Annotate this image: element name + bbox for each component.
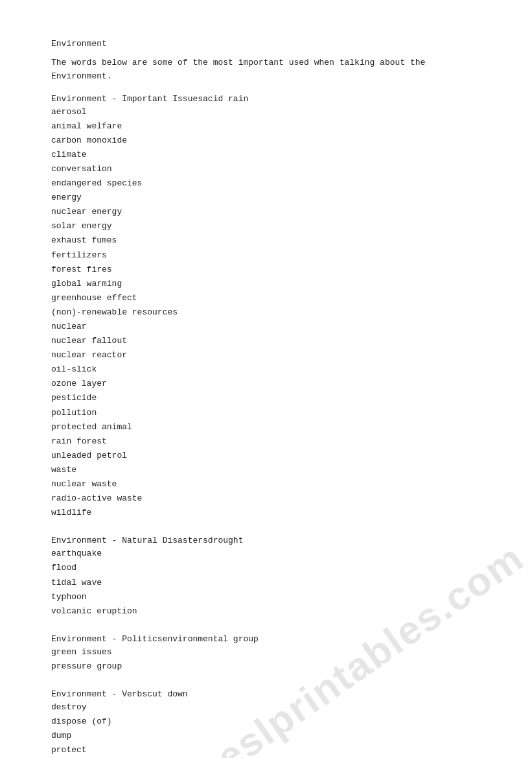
list-item: protected animal <box>51 420 481 434</box>
list-item: tidal wave <box>51 576 481 590</box>
list-item: greenhouse effect <box>51 291 481 305</box>
list-item: nuclear reactor <box>51 348 481 362</box>
word-list-politics: green issuespressure group <box>51 645 481 674</box>
section-header-important-issues: Environment - Important Issuesacid rain <box>51 94 481 104</box>
list-item: dispose (of) <box>51 715 481 729</box>
list-item: pesticide <box>51 391 481 405</box>
sections-container: Environment - Important Issuesacid raina… <box>51 94 481 758</box>
list-item: nuclear waste <box>51 477 481 492</box>
list-item: protect <box>51 743 481 757</box>
list-item: climate <box>51 148 481 162</box>
list-item: unleaded petrol <box>51 449 481 463</box>
list-item: green issues <box>51 645 481 659</box>
list-item: forest fires <box>51 263 481 277</box>
word-list-verbs: destroydispose (of)dumpprotectpolluterec… <box>51 700 481 758</box>
list-item: aerosol <box>51 105 481 119</box>
list-item: fertilizers <box>51 248 481 263</box>
list-item: nuclear energy <box>51 205 481 219</box>
list-item: conversation <box>51 162 481 176</box>
list-item: endangered species <box>51 176 481 191</box>
list-item: oil-slick <box>51 362 481 377</box>
list-item: nuclear fallout <box>51 334 481 348</box>
list-item: carbon monoxide <box>51 134 481 148</box>
list-item: energy <box>51 191 481 205</box>
intro-paragraph: The words below are some of the most imp… <box>51 56 481 84</box>
list-item: pressure group <box>51 659 481 674</box>
list-item: rain forest <box>51 434 481 449</box>
list-item: earthquake <box>51 547 481 561</box>
page-title: Environment <box>51 39 481 49</box>
word-list-important-issues: aerosolanimal welfarecarbon monoxideclim… <box>51 105 481 521</box>
section-header-verbs: Environment - Verbscut down <box>51 689 481 699</box>
section-politics: Environment - Politicsenvironmental grou… <box>51 634 481 674</box>
list-item: volcanic eruption <box>51 604 481 619</box>
list-item: typhoon <box>51 590 481 604</box>
list-item: solar energy <box>51 219 481 233</box>
list-item: exhaust fumes <box>51 233 481 248</box>
list-item: flood <box>51 561 481 575</box>
section-important-issues: Environment - Important Issuesacid raina… <box>51 94 481 521</box>
list-item: destroy <box>51 700 481 715</box>
section-natural-disasters: Environment - Natural Disastersdroughtea… <box>51 536 481 618</box>
list-item: nuclear <box>51 320 481 334</box>
list-item: radio-active waste <box>51 492 481 506</box>
page-content: Environment The words below are some of … <box>0 0 532 758</box>
list-item: animal welfare <box>51 119 481 134</box>
section-verbs: Environment - Verbscut downdestroydispos… <box>51 689 481 758</box>
list-item: waste <box>51 463 481 477</box>
list-item: pollution <box>51 406 481 420</box>
section-header-politics: Environment - Politicsenvironmental grou… <box>51 634 481 644</box>
list-item: ozone layer <box>51 377 481 391</box>
list-item: (non)-renewable resources <box>51 305 481 320</box>
word-list-natural-disasters: earthquakefloodtidal wavetyphoonvolcanic… <box>51 547 481 618</box>
list-item: wildlife <box>51 506 481 520</box>
section-header-natural-disasters: Environment - Natural Disastersdrought <box>51 536 481 545</box>
list-item: dump <box>51 729 481 743</box>
list-item: global warming <box>51 277 481 291</box>
